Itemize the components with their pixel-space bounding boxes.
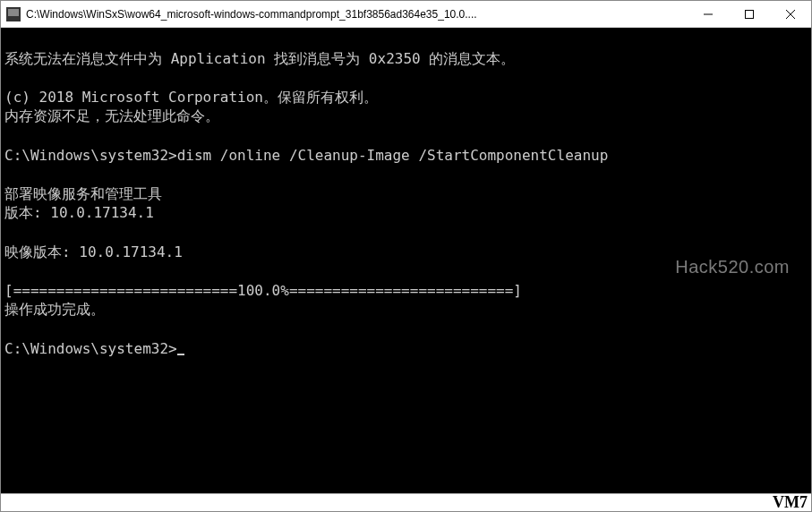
- prompt-path: C:\Windows\system32>: [4, 147, 177, 164]
- window-titlebar: C:\Windows\WinSxS\wow64_microsoft-window…: [1, 1, 811, 28]
- vm-label: VM7: [773, 493, 808, 511]
- cursor-icon: [177, 354, 184, 355]
- console-line: 部署映像服务和管理工具: [4, 185, 162, 202]
- prompt-command: dism /online /Cleanup-Image /StartCompon…: [177, 147, 609, 164]
- maximize-button[interactable]: [729, 1, 770, 27]
- console-line: 版本: 10.0.17134.1: [4, 204, 154, 221]
- watermark-text: Hack520.com: [675, 255, 790, 279]
- progress-bar: [==========================100.0%=======…: [4, 282, 522, 299]
- window-title: C:\Windows\WinSxS\wow64_microsoft-window…: [26, 8, 688, 21]
- console-line: 操作成功完成。: [4, 301, 105, 318]
- cmd-icon: [6, 7, 21, 21]
- window-controls: [688, 1, 811, 27]
- console-line: 映像版本: 10.0.17134.1: [4, 243, 183, 260]
- prompt-path: C:\Windows\system32>: [4, 340, 177, 357]
- close-button[interactable]: [770, 1, 811, 27]
- bottom-strip: VM7: [1, 493, 811, 511]
- console-line: (c) 2018 Microsoft Corporation。保留所有权利。: [4, 89, 378, 106]
- console-line: 系统无法在消息文件中为 Application 找到消息号为 0x2350 的消…: [4, 50, 515, 67]
- svg-rect-1: [746, 10, 754, 18]
- console-line: 内存资源不足，无法处理此命令。: [4, 107, 219, 124]
- console-output[interactable]: 系统无法在消息文件中为 Application 找到消息号为 0x2350 的消…: [1, 28, 811, 493]
- minimize-button[interactable]: [688, 1, 729, 27]
